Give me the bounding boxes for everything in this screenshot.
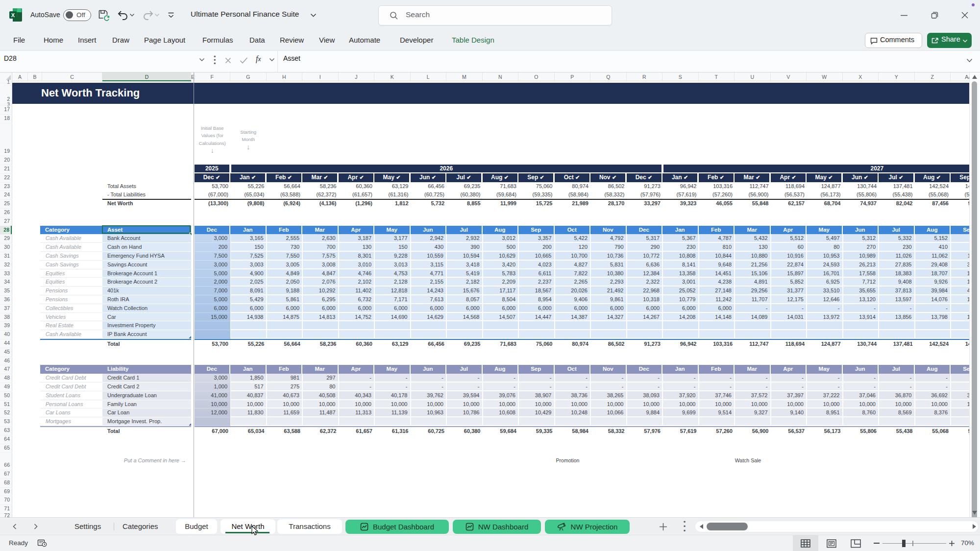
svg-text:X: X [11, 12, 15, 18]
